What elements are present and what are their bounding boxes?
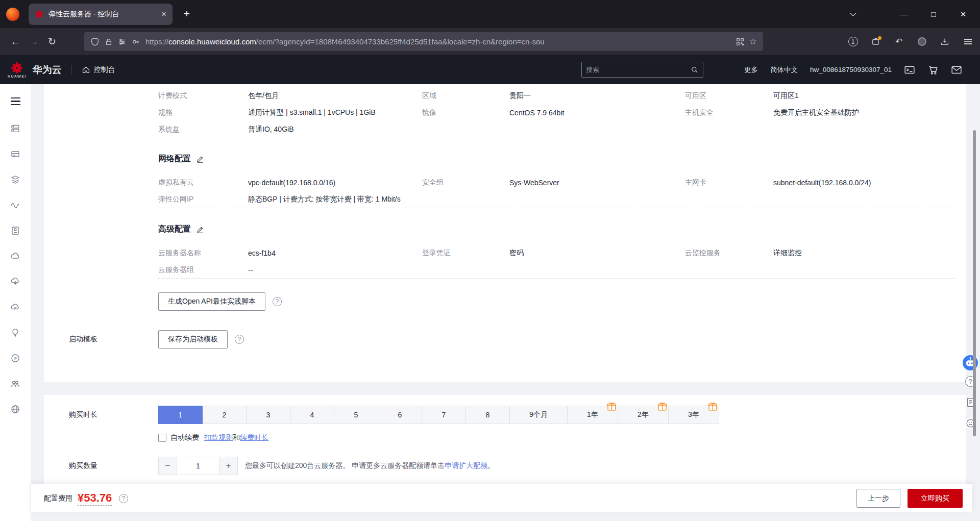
expand-quota-link[interactable]: 申请扩大配额 [445,461,487,469]
qr-code-icon[interactable] [736,37,745,46]
basic-config-section: 计费模式 包年/包月 区域 贵阳一 可用区 可用区1 规格 通用计算型 | s3… [44,84,966,138]
key-icon[interactable] [132,37,141,46]
auto-renew-checkbox[interactable] [158,434,166,442]
window-close-button[interactable]: × [955,0,971,28]
main-content: 计费模式 包年/包月 区域 贵阳一 可用区 可用区1 规格 通用计算型 | s3… [31,84,980,521]
sidebar-users-icon[interactable] [10,379,20,389]
field-label: 系统盘 [158,125,248,134]
quantity-increase-button[interactable]: + [219,457,238,475]
fee-help-icon[interactable]: ? [119,494,128,503]
sidebar-image-doc-icon[interactable] [10,226,20,236]
adblocker-icon[interactable] [916,36,928,48]
duration-option-2[interactable]: 2 [202,406,247,424]
console-label: 控制台 [94,65,115,75]
bookmark-star-icon[interactable]: ☆ [749,36,757,47]
home-icon [82,65,90,74]
search-input[interactable] [586,66,691,73]
sidebar-cloud-icon[interactable] [10,251,20,261]
edit-advanced-icon[interactable] [196,225,205,234]
notification-count-icon[interactable]: 1 [847,36,859,48]
sidebar-server-icon[interactable] [10,123,20,134]
sidebar-balloon-icon[interactable] [10,328,20,338]
duration-option-3[interactable]: 3 [246,406,290,424]
mail-icon[interactable] [951,64,962,76]
window-minimize-button[interactable]: — [896,0,912,28]
duration-option-2years[interactable]: 2年 [618,406,669,424]
sidebar-cloud-server-icon[interactable] [10,149,20,159]
field-value: 普通IO, 40GiB [248,125,955,134]
duration-option-9months[interactable]: 9个月 [509,406,568,424]
sidebar-cloud-check-icon[interactable] [10,302,20,312]
save-launch-template-button[interactable]: 保存为启动模板 [158,330,228,349]
url-text[interactable]: https://console.huaweicloud.com/ecm/?age… [145,37,731,46]
sidebar-monitor-wave-icon[interactable] [10,200,20,210]
duration-option-4[interactable]: 4 [290,406,334,424]
duration-option-text: 5 [354,411,358,419]
buy-now-button[interactable]: 立即购买 [908,489,963,508]
cart-icon[interactable] [927,64,939,76]
previous-step-button[interactable]: 上一步 [856,489,900,508]
cli-terminal-icon[interactable] [904,64,915,76]
duration-option-text: 1 [179,411,183,419]
page-scrollbar[interactable] [973,130,976,436]
console-nav[interactable]: 控制台 [82,65,115,75]
forward-icon[interactable]: → [24,36,43,47]
duration-option-5[interactable]: 5 [334,406,378,424]
reload-icon[interactable]: ↻ [43,36,61,47]
auto-renew-row: 自动续费 扣款规则 和 续费时长 [158,433,966,442]
list-tabs-chevron-icon[interactable] [845,0,861,28]
history-undo-icon[interactable]: ↶ [893,36,905,48]
quantity-stepper: − + [158,457,238,475]
duration-option-3years[interactable]: 3年 [668,406,719,424]
account-name[interactable]: hw_008618750930307_01 [810,66,892,73]
search-icon[interactable] [691,66,699,74]
field-label: 镜像 [422,108,509,117]
duration-option-1[interactable]: 1 [158,406,203,424]
browser-tab[interactable]: 弹性云服务器 - 控制台 × [29,4,173,25]
duration-label: 购买时长 [69,410,158,419]
help-icon[interactable]: ? [235,335,244,344]
save-tray-icon[interactable] [939,36,951,48]
renew-duration-link[interactable]: 续费时长 [240,433,268,442]
more-menu[interactable]: 更多 [744,65,758,75]
help-icon[interactable]: ? [273,297,282,306]
huawei-logo[interactable]: HUAWEI [8,61,27,78]
sidebar-layers-icon[interactable] [10,175,20,185]
back-icon[interactable]: ← [6,36,24,47]
quantity-decrease-button[interactable]: − [158,457,177,475]
field-label: 安全组 [422,178,509,187]
field-label: 虚拟私有云 [158,178,248,187]
duration-option-7[interactable]: 7 [422,406,466,424]
header-search[interactable] [581,62,703,78]
sidebar-eip-icon[interactable]: IP [10,353,20,363]
url-prefix: https:// [145,37,168,46]
brand-name[interactable]: 华为云 [33,63,62,77]
duration-option-8[interactable]: 8 [465,406,510,424]
sidebar-globe-icon[interactable] [10,404,20,414]
field-label: 规格 [158,108,248,117]
deduction-rules-link[interactable]: 扣款规则 [204,433,233,442]
url-bar[interactable]: https://console.huaweicloud.com/ecm/?age… [84,32,763,51]
duration-option-1year[interactable]: 1年 [567,406,618,424]
sidebar-cloud-download-icon[interactable] [10,277,20,287]
extension-icon[interactable] [870,36,882,48]
permissions-sliders-icon[interactable] [118,37,127,46]
language-selector[interactable]: 简体中文 [770,65,798,75]
edit-network-icon[interactable] [196,155,205,163]
tab-close-icon[interactable]: × [157,9,166,19]
advanced-config-heading: 高级配置 [158,224,966,234]
duration-option-6[interactable]: 6 [378,406,422,424]
field-value: 详细监控 [773,249,955,258]
section-title: 高级配置 [158,224,191,235]
sidebar-menu-icon[interactable] [11,95,20,107]
tab-title: 弹性云服务器 - 控制台 [48,10,119,19]
quantity-input[interactable] [177,457,219,475]
new-tab-button[interactable]: + [180,7,194,21]
shield-icon[interactable] [90,37,100,46]
lock-icon[interactable] [104,37,113,46]
browser-menu-icon[interactable] [962,36,974,48]
quantity-label: 购买数量 [69,461,158,470]
window-maximize-button[interactable]: □ [926,0,941,28]
generate-api-script-button[interactable]: 生成Open API最佳实践脚本 [158,292,265,311]
duration-option-text: 8 [486,411,490,419]
